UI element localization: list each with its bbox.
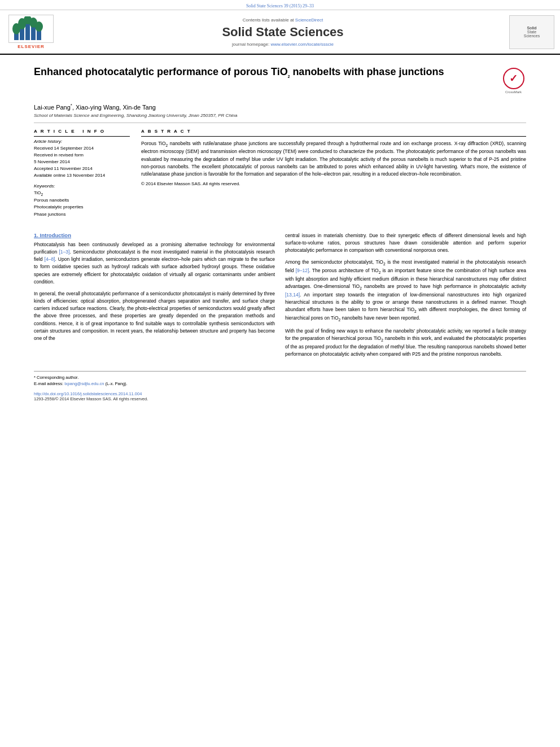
- info-divider: [34, 136, 130, 137]
- homepage-label: journal homepage:: [232, 42, 269, 47]
- authors-section: Lai-xue Pang*, Xiao-ying Wang, Xin-de Ta…: [0, 99, 560, 112]
- crossmark-badge[interactable]: ✓ CrossMark: [501, 68, 526, 94]
- keyword-2: Porous nanobelts: [34, 197, 130, 203]
- bottom-bar: http://dx.doi.org/10.1016/j.solidstatesc…: [0, 387, 560, 404]
- abstract-divider: [141, 136, 526, 137]
- history-item-3: 5 November 2014: [34, 159, 130, 165]
- keyword-4: Phase junctions: [34, 211, 130, 217]
- svg-rect-2: [25, 22, 30, 40]
- journal-header: ELSEVIER Contents lists available at Sci…: [0, 10, 560, 55]
- author-1: Lai-xue Pang*, Xiao-ying Wang, Xin-de Ta…: [34, 104, 156, 111]
- abstract-copyright: © 2014 Elsevier Masson SAS. All rights r…: [141, 181, 526, 186]
- left-column: 1. Introduction Photocatalysis has been …: [34, 232, 275, 362]
- svg-rect-3: [31, 27, 36, 40]
- article-title-section: Enhanced photocatalytic performance of p…: [0, 55, 560, 99]
- intro-para-2: In general, the overall photocatalytic p…: [34, 290, 275, 342]
- affiliation: School of Materials Science and Engineer…: [0, 112, 560, 123]
- right-para-1: central issues in materials chemistry. D…: [285, 232, 526, 255]
- right-logo-text: SolidStateSciences: [524, 26, 540, 38]
- article-title: Enhanced photocatalytic performance of p…: [34, 65, 489, 79]
- keywords-subtitle: Keywords:: [34, 184, 130, 189]
- history-item-4: Accepted 11 November 2014: [34, 165, 130, 172]
- crossmark-label: CrossMark: [505, 90, 522, 94]
- elsevier-logo: ELSEVIER: [6, 15, 56, 49]
- intro-para-1: Photocatalysis has been continuously dev…: [34, 241, 275, 286]
- ref-1-3[interactable]: [1–3]: [59, 249, 69, 255]
- journal-title: Solid State Sciences: [62, 25, 504, 40]
- history-item-2: Received in revised form: [34, 152, 130, 158]
- svg-rect-1: [20, 28, 24, 40]
- email-line: E-mail address: lxpang@sdjtu.edu.cn (L-x…: [34, 381, 526, 387]
- article-info-title: A R T I C L E I N F O: [34, 129, 130, 134]
- svg-rect-4: [37, 30, 41, 40]
- sciencedirect-line: Contents lists available at ScienceDirec…: [62, 18, 504, 23]
- contents-label: Contents lists available at: [243, 18, 294, 23]
- info-abstract-section: A R T I C L E I N F O Article history: R…: [0, 123, 560, 224]
- doi-link[interactable]: http://dx.doi.org/10.1016/j.solidstatesc…: [34, 391, 142, 396]
- svg-point-9: [35, 21, 43, 32]
- issn-line: 1293-2558/© 2014 Elsevier Masson SAS. Al…: [34, 396, 526, 401]
- history-subtitle: Article history:: [34, 139, 130, 144]
- ref-9-12[interactable]: [9–12]: [296, 268, 309, 273]
- sciencedirect-link[interactable]: ScienceDirect: [295, 18, 323, 23]
- email-suffix: (L-x. Pang).: [105, 381, 127, 386]
- ref-13-14[interactable]: [13,14]: [285, 292, 300, 298]
- page: Solid State Sciences 39 (2015) 29–33: [0, 0, 560, 747]
- intro-section-title: 1. Introduction: [34, 232, 275, 238]
- doi-line: http://dx.doi.org/10.1016/j.solidstatesc…: [34, 391, 526, 396]
- abstract-title: A B S T R A C T: [141, 129, 526, 134]
- history-item-5: Available online 13 November 2014: [34, 172, 130, 178]
- right-column: central issues in materials chemistry. D…: [285, 232, 526, 362]
- crossmark-icon: ✓: [503, 68, 524, 89]
- homepage-line: journal homepage: www.elsevier.com/locat…: [62, 42, 504, 47]
- footnote-area: * Corresponding author. E-mail address: …: [34, 371, 526, 387]
- keyword-3: Photocatalytic properties: [34, 204, 130, 210]
- corresponding-note: * Corresponding author.: [34, 374, 526, 381]
- elsevier-tree-svg: [11, 16, 51, 42]
- article-title-row: Enhanced photocatalytic performance of p…: [34, 65, 526, 94]
- right-para-3: With the goal of finding new ways to enh…: [285, 327, 526, 358]
- abstract-section: A B S T R A C T Porous TiO2 nanobelts wi…: [141, 129, 526, 218]
- history-item-1: Received 14 September 2014: [34, 145, 130, 151]
- keyword-1: TiO2: [34, 190, 130, 197]
- journal-right-logo: SolidStateSciences: [509, 15, 554, 49]
- ref-4-8[interactable]: [4–8]: [45, 256, 55, 262]
- abstract-text: Porous TiO2 nanobelts with rutile/anatas…: [141, 140, 526, 178]
- elsevier-logo-box: [8, 15, 54, 43]
- journal-reference-text: Solid State Sciences 39 (2015) 29–33: [246, 3, 314, 8]
- top-reference: Solid State Sciences 39 (2015) 29–33: [0, 0, 560, 10]
- keywords-section: Keywords: TiO2 Porous nanobelts Photocat…: [34, 184, 130, 217]
- right-para-2: Among the semiconductor photocatalyst, T…: [285, 259, 526, 322]
- email-link[interactable]: lxpang@sdjtu.edu.cn: [64, 381, 104, 386]
- email-label: E-mail address:: [34, 381, 63, 386]
- homepage-link[interactable]: www.elsevier.com/locate/ssscie: [270, 42, 334, 47]
- journal-center-info: Contents lists available at ScienceDirec…: [62, 18, 504, 47]
- main-content: 1. Introduction Photocatalysis has been …: [0, 224, 560, 371]
- elsevier-brand-text: ELSEVIER: [18, 44, 45, 49]
- article-info-panel: A R T I C L E I N F O Article history: R…: [34, 129, 130, 218]
